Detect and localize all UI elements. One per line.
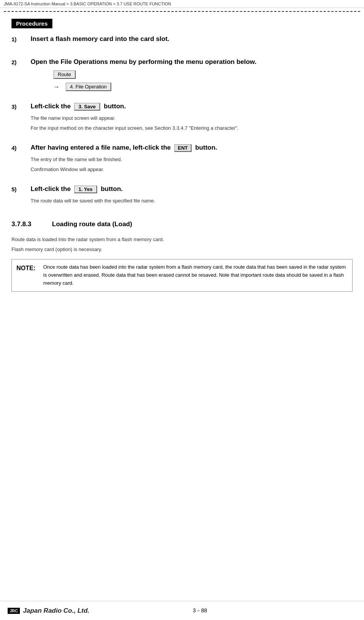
step-5-content: Left-click the 1. Yes button. The route … — [31, 185, 353, 205]
step-3: 3) Left-click the 3. Save button. The fi… — [11, 103, 353, 132]
step-5-title: Left-click the 1. Yes button. — [31, 185, 353, 193]
step-3-content: Left-click the 3. Save button. The file … — [31, 103, 353, 132]
step-3-number: 3) — [11, 103, 31, 110]
section-number: 3.7.8.3 — [11, 220, 46, 228]
step-3-title: Left-click the 3. Save button. — [31, 103, 353, 111]
step-1: 1) Insert a flash memory card into the c… — [11, 35, 353, 47]
section-desc1: Route data is loaded into the radar syst… — [11, 236, 353, 244]
step-3-desc1: The file name input screen will appear. — [31, 114, 353, 122]
step-5-desc1: The route data will be saved with the sp… — [31, 197, 353, 205]
step-4-desc1: The entry of the file name will be finis… — [31, 156, 353, 164]
step-4-number: 4) — [11, 144, 31, 151]
step-4-title: After having entered a file name, left-c… — [31, 144, 353, 152]
file-operation-button[interactable]: 4. File Operation — [66, 83, 111, 91]
procedures-badge: Procedures — [11, 19, 52, 28]
breadcrumb: JMA-9172-SA Instruction Manual > 3.BASIC… — [0, 0, 364, 8]
step-5: 5) Left-click the 1. Yes button. The rou… — [11, 185, 353, 205]
step-2-title: Open the File Operations menu by perform… — [31, 58, 353, 66]
dashed-divider — [4, 11, 360, 12]
step-4-desc2: Confirmation Window will appear. — [31, 166, 353, 174]
step-2: 2) Open the File Operations menu by perf… — [11, 58, 353, 91]
step-5-title-prefix: Left-click the — [31, 185, 71, 193]
section-desc2: Flash memory card (option) is necessary. — [11, 246, 353, 254]
footer: JRC Japan Radio Co., Ltd. 3－88 — [0, 601, 364, 620]
main-content: Procedures 1) Insert a flash memory card… — [0, 15, 364, 305]
section-heading: Loading route data (Load) — [52, 220, 132, 228]
save-button[interactable]: 3. Save — [74, 103, 100, 111]
footer-company: Japan Radio Co., Ltd. — [23, 607, 89, 615]
step-4-title-prefix: After having entered a file name, left-c… — [31, 144, 171, 151]
step-4-content: After having entered a file name, left-c… — [31, 144, 353, 174]
jrc-badge: JRC — [8, 608, 20, 614]
step-1-title: Insert a flash memory card into the card… — [31, 35, 353, 43]
step-4-title-suffix: button. — [195, 144, 217, 151]
step-1-number: 1) — [11, 35, 31, 42]
note-text: Once route data has been loaded into the… — [43, 263, 348, 287]
note-label: NOTE: — [16, 263, 43, 287]
step-3-title-prefix: Left-click the — [31, 103, 71, 110]
step-2-content: Open the File Operations menu by perform… — [31, 58, 353, 91]
step-5-title-suffix: button. — [101, 185, 123, 193]
step-2-number: 2) — [11, 58, 31, 65]
step-5-number: 5) — [11, 185, 31, 193]
section-3783: 3.7.8.3 Loading route data (Load) Route … — [11, 217, 353, 292]
yes-button[interactable]: 1. Yes — [74, 186, 97, 193]
note-box: NOTE: Once route data has been loaded in… — [11, 259, 353, 291]
footer-logo: JRC Japan Radio Co., Ltd. — [8, 607, 89, 615]
step-3-desc2: For the input method on the character in… — [31, 124, 353, 132]
step-3-title-suffix: button. — [104, 103, 126, 110]
step-4: 4) After having entered a file name, lef… — [11, 144, 353, 174]
arrow-symbol: → — [54, 83, 60, 90]
ent-button[interactable]: ENT — [174, 144, 192, 152]
footer-page: 3－88 — [89, 607, 310, 614]
route-button[interactable]: Route — [54, 70, 76, 79]
step-1-content: Insert a flash memory card into the card… — [31, 35, 353, 47]
